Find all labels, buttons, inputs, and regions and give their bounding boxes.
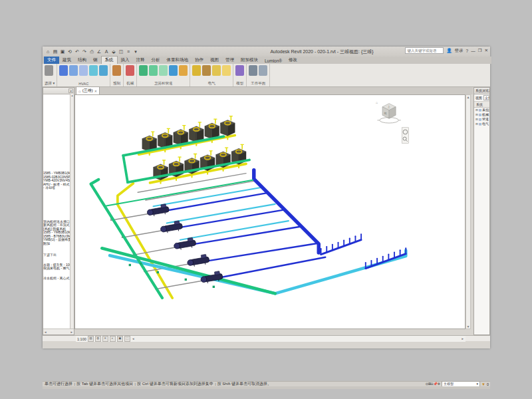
pipe-accessory-tool[interactable]	[159, 65, 168, 76]
scroll-up-icon[interactable]: ▲	[70, 94, 74, 98]
view-select[interactable]: 全部系统图	[483, 95, 490, 100]
scroll-right-icon[interactable]: ►	[70, 329, 73, 334]
electrical-equipment-tool[interactable]	[212, 65, 221, 76]
minimize-icon[interactable]: —	[471, 49, 475, 53]
set-workplane-tool[interactable]	[249, 65, 257, 76]
drag-selection-icon[interactable]: ✥	[438, 382, 440, 386]
flex-duct-tool[interactable]	[89, 65, 98, 76]
sprinkler-tool[interactable]	[179, 65, 188, 76]
system-browser-row[interactable]: ⊞▤未指定 (7 个项)	[474, 108, 489, 112]
lighting-fixture-tool[interactable]	[222, 65, 231, 76]
view-tab-close-icon[interactable]: ✕	[94, 89, 97, 93]
viewcube[interactable]: ⌂ 上 前	[376, 100, 401, 123]
home-icon[interactable]: ⌂	[45, 49, 51, 55]
ribbon-tab-分析[interactable]: 分析	[148, 57, 164, 64]
shadows-icon[interactable]: ◐	[110, 336, 116, 342]
duct-tool[interactable]	[59, 65, 68, 76]
ribbon-tab-插入[interactable]: 插入	[118, 57, 133, 64]
measure-icon[interactable]: ∠	[96, 49, 102, 55]
cable-tray-tool[interactable]	[192, 65, 201, 76]
ribbon-tab-系统[interactable]: 系统	[101, 56, 118, 64]
ribbon-tab-建筑[interactable]: 建筑	[59, 57, 74, 64]
expand-icon[interactable]: ⊞	[475, 117, 478, 122]
search-input[interactable]	[405, 47, 444, 54]
ribbon-tab-注释[interactable]: 注释	[133, 57, 148, 64]
ribbon-tab-视图[interactable]: 视图	[207, 57, 222, 64]
view-tab-3d[interactable]: ⌂ {三维} ✕	[76, 86, 100, 94]
expand-icon[interactable]: ⊞	[475, 108, 478, 112]
system-browser-row[interactable]: ⊞▤管道 (19 个系统)	[474, 117, 489, 122]
undo-icon[interactable]: ↶	[74, 49, 80, 55]
visual-style-icon[interactable]: ◍	[95, 336, 101, 342]
system-row-label: 管道 (19 个系统)	[482, 117, 490, 122]
save-icon[interactable]: ▣	[60, 49, 65, 55]
3d-view-icon[interactable]: ⬙	[111, 49, 116, 55]
modify-tool[interactable]	[45, 65, 53, 76]
filter-icon[interactable]: ▼	[481, 382, 485, 386]
account-icon[interactable]: 👤	[446, 48, 452, 53]
duct-fitting-tool[interactable]	[69, 65, 78, 76]
tree-item[interactable]: - 冷却塔	[43, 186, 70, 190]
air-terminal-tool[interactable]	[99, 65, 108, 76]
expand-icon[interactable]: ⊞	[475, 112, 478, 117]
ribbon-tab-Lumion®[interactable]: Lumion®	[261, 58, 285, 64]
navigation-bar[interactable]	[402, 128, 408, 144]
signin-label[interactable]: 登录	[455, 48, 464, 54]
view-label: 视图	[475, 96, 482, 100]
scale-control[interactable]: 1:100	[77, 337, 86, 341]
screen-background: ⌂▤▣⟲↶↷⎙∠A⬙◫≡▾ Autodesk Revit 2020 - 020-…	[0, 0, 532, 399]
ribbon-tab-协作[interactable]: 协作	[192, 57, 207, 64]
sync-icon[interactable]: ⟲	[67, 49, 72, 55]
thin-lines-icon[interactable]: ≡	[126, 49, 131, 55]
canvas-hscrollbar[interactable]: ◄ ►	[130, 336, 466, 342]
panel-close-icon[interactable]: ✕	[68, 88, 73, 93]
maximize-icon[interactable]: ❐	[478, 48, 482, 53]
system-browser-tree[interactable]: ⊞▤未指定 (7 个项)⊞▤机械 (3 个系统)⊞▤管道 (19 个系统)⊞▤电…	[474, 108, 489, 126]
scroll-right-icon[interactable]: ►	[462, 337, 464, 340]
sun-path-icon[interactable]: ☀	[102, 336, 108, 342]
conduit-tool[interactable]	[202, 65, 211, 76]
quick-access-toolbar[interactable]: ⌂▤▣⟲↶↷⎙∠A⬙◫≡▾	[43, 49, 138, 55]
pipe-tool[interactable]	[139, 65, 148, 76]
plumbing-fixture-tool[interactable]	[169, 65, 178, 76]
print-icon[interactable]: ⎙	[89, 49, 94, 55]
tree-item[interactable]: 下进下出	[43, 253, 70, 257]
help-icon[interactable]: ?	[466, 49, 469, 53]
detail-level-icon[interactable]: ▤	[88, 336, 94, 342]
tree-item[interactable]: 附加	[43, 242, 70, 246]
system-browser-row[interactable]: ⊞▤机械 (3 个系统)	[474, 112, 489, 117]
section-icon[interactable]: ◫	[118, 49, 124, 55]
ribbon-tab-体量和场地[interactable]: 体量和场地	[164, 57, 192, 64]
project-browser-tree[interactable]: 1585 - YMB3B1(M)CS21585-02B3C0N5PO/S2YMB…	[43, 94, 70, 329]
open-icon[interactable]: ▤	[53, 49, 58, 55]
project-browser-hscrollbar[interactable]: ◄ ►	[43, 329, 74, 334]
ribbon-tab-钢[interactable]: 钢	[90, 57, 101, 64]
expand-icon[interactable]: ⊞	[475, 122, 478, 126]
tree-item[interactable]: 柴油发电机 - 燃气 - 10CM - 0.8M - 按规格 - 100-175…	[43, 267, 70, 271]
scroll-left-icon[interactable]: ◄	[44, 329, 47, 334]
redo-icon[interactable]: ↷	[82, 49, 87, 55]
system-browser-column-header[interactable]: 系统	[474, 102, 489, 108]
ref-plane-tool[interactable]	[259, 65, 267, 76]
crop-region-icon[interactable]: ⬚	[124, 336, 130, 342]
pipe-fitting-tool[interactable]	[149, 65, 158, 76]
close-icon[interactable]: ✕	[485, 48, 488, 53]
tree-item[interactable]: 冷水机组 - 离心式 - 2800 - 14000 kW	[43, 277, 70, 281]
project-browser-vscrollbar[interactable]: ▲	[70, 94, 74, 329]
ribbon-tab-管理[interactable]: 管理	[222, 57, 237, 64]
scroll-left-icon[interactable]: ◄	[132, 337, 134, 340]
ribbon-tab-附加模块[interactable]: 附加模块	[237, 57, 261, 64]
canvas-vscrollbar[interactable]: ▲▼	[466, 94, 471, 329]
fabrication-part-tool[interactable]	[112, 65, 121, 76]
drawing-canvas[interactable]: ⌂ 上 前	[74, 94, 466, 329]
ribbon-tab-修改[interactable]: 修改	[285, 57, 301, 64]
ribbon-tab-结构[interactable]: 结构	[74, 57, 90, 64]
mechanical-equipment-tool[interactable]	[126, 65, 134, 76]
system-browser-row[interactable]: ⊞▤电气 (5 个系统)	[474, 122, 489, 126]
text-icon[interactable]: A	[104, 49, 109, 55]
crop-view-icon[interactable]: ▣	[117, 336, 123, 342]
customize-icon[interactable]: ▾	[133, 49, 138, 55]
component-tool[interactable]	[235, 65, 244, 76]
duct-accessory-tool[interactable]	[79, 65, 88, 76]
ribbon-tab-文件[interactable]: 文件	[44, 57, 59, 64]
